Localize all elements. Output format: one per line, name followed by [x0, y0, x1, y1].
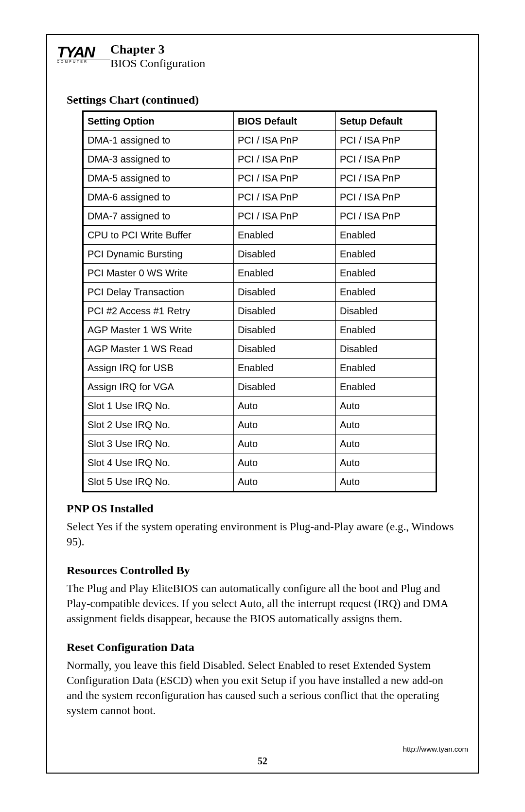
table-cell: PCI / ISA PnP — [234, 169, 336, 188]
footer-url: http://www.tyan.com — [403, 745, 468, 753]
table-cell: Disabled — [234, 283, 336, 302]
table-cell: DMA-7 assigned to — [83, 207, 234, 226]
section-body: The Plug and Play EliteBIOS can automati… — [67, 581, 458, 626]
col-setting-option: Setting Option — [83, 111, 234, 131]
table-cell: Disabled — [234, 302, 336, 321]
section-heading: PNP OS Installed — [67, 502, 458, 515]
table-heading: Settings Chart (continued) — [67, 93, 458, 107]
table-cell: Slot 3 Use IRQ No. — [83, 434, 234, 453]
table-row: PCI Dynamic BurstingDisabledEnabled — [83, 245, 437, 264]
table-row: DMA-5 assigned toPCI / ISA PnPPCI / ISA … — [83, 169, 437, 188]
table-row: PCI Master 0 WS WriteEnabledEnabled — [83, 264, 437, 283]
table-cell: Disabled — [234, 378, 336, 397]
settings-table: Setting Option BIOS Default Setup Defaul… — [82, 110, 437, 492]
table-cell: Auto — [336, 434, 437, 453]
table-cell: DMA-3 assigned to — [83, 150, 234, 169]
page-number: 52 — [47, 756, 478, 767]
table-cell: Assign IRQ for VGA — [83, 378, 234, 397]
table-cell: PCI Master 0 WS Write — [83, 264, 234, 283]
table-cell: Auto — [234, 397, 336, 415]
chapter-block: Chapter 3 BIOS Configuration — [110, 42, 205, 70]
tyan-logo: TYAN COMPUTER — [57, 42, 110, 63]
table-row: Slot 4 Use IRQ No.AutoAuto — [83, 453, 437, 472]
table-cell: PCI / ISA PnP — [234, 188, 336, 207]
logo-brand: TYAN — [57, 44, 110, 60]
col-bios-default: BIOS Default — [234, 111, 336, 131]
table-cell: Enabled — [336, 359, 437, 378]
table-cell: Disabled — [234, 321, 336, 340]
table-cell: DMA-6 assigned to — [83, 188, 234, 207]
table-cell: Auto — [234, 472, 336, 492]
table-cell: Enabled — [336, 245, 437, 264]
table-cell: PCI / ISA PnP — [234, 207, 336, 226]
table-cell: PCI #2 Access #1 Retry — [83, 302, 234, 321]
table-cell: DMA-1 assigned to — [83, 131, 234, 150]
table-cell: PCI / ISA PnP — [336, 169, 437, 188]
table-cell: Auto — [336, 472, 437, 492]
table-cell: Enabled — [336, 226, 437, 245]
table-row: AGP Master 1 WS WriteDisabledEnabled — [83, 321, 437, 340]
table-cell: CPU to PCI Write Buffer — [83, 226, 234, 245]
table-cell: Disabled — [234, 340, 336, 359]
table-row: Slot 1 Use IRQ No.AutoAuto — [83, 397, 437, 415]
page-frame: TYAN COMPUTER Chapter 3 BIOS Configurati… — [46, 34, 479, 774]
table-header-row: Setting Option BIOS Default Setup Defaul… — [83, 111, 437, 131]
table-cell: PCI / ISA PnP — [336, 207, 437, 226]
table-cell: AGP Master 1 WS Read — [83, 340, 234, 359]
section-body: Normally, you leave this field Disabled.… — [67, 658, 458, 718]
table-cell: Slot 4 Use IRQ No. — [83, 453, 234, 472]
table-cell: Slot 5 Use IRQ No. — [83, 472, 234, 492]
table-row: Slot 3 Use IRQ No.AutoAuto — [83, 434, 437, 453]
table-row: Assign IRQ for VGADisabledEnabled — [83, 378, 437, 397]
chapter-title: Chapter 3 — [110, 42, 205, 57]
table-cell: Auto — [234, 453, 336, 472]
content-area: Settings Chart (continued) Setting Optio… — [67, 93, 458, 718]
section-heading: Resources Controlled By — [67, 564, 458, 577]
table-cell: Assign IRQ for USB — [83, 359, 234, 378]
section-heading: Reset Configuration Data — [67, 641, 458, 654]
chapter-subtitle: BIOS Configuration — [110, 57, 205, 70]
table-row: DMA-6 assigned toPCI / ISA PnPPCI / ISA … — [83, 188, 437, 207]
table-row: Slot 5 Use IRQ No.AutoAuto — [83, 472, 437, 492]
table-cell: PCI / ISA PnP — [234, 131, 336, 150]
table-row: PCI #2 Access #1 RetryDisabledDisabled — [83, 302, 437, 321]
table-cell: Auto — [336, 415, 437, 434]
col-setup-default: Setup Default — [336, 111, 437, 131]
table-row: Assign IRQ for USBEnabledEnabled — [83, 359, 437, 378]
table-cell: Slot 2 Use IRQ No. — [83, 415, 234, 434]
table-row: CPU to PCI Write BufferEnabledEnabled — [83, 226, 437, 245]
table-row: DMA-1 assigned toPCI / ISA PnPPCI / ISA … — [83, 131, 437, 150]
table-cell: AGP Master 1 WS Write — [83, 321, 234, 340]
section-body: Select Yes if the system operating envir… — [67, 519, 458, 549]
table-row: DMA-3 assigned toPCI / ISA PnPPCI / ISA … — [83, 150, 437, 169]
table-cell: Enabled — [336, 321, 437, 340]
table-cell: Enabled — [336, 264, 437, 283]
table-cell: Auto — [336, 453, 437, 472]
table-row: PCI Delay TransactionDisabledEnabled — [83, 283, 437, 302]
table-cell: Auto — [234, 415, 336, 434]
table-cell: Enabled — [234, 226, 336, 245]
table-cell: Enabled — [336, 378, 437, 397]
table-cell: Slot 1 Use IRQ No. — [83, 397, 234, 415]
table-cell: PCI / ISA PnP — [336, 131, 437, 150]
logo-sub: COMPUTER — [57, 59, 110, 63]
table-cell: Enabled — [234, 359, 336, 378]
table-cell: PCI / ISA PnP — [336, 188, 437, 207]
table-cell: PCI Delay Transaction — [83, 283, 234, 302]
table-cell: PCI / ISA PnP — [234, 150, 336, 169]
table-row: DMA-7 assigned toPCI / ISA PnPPCI / ISA … — [83, 207, 437, 226]
table-row: Slot 2 Use IRQ No.AutoAuto — [83, 415, 437, 434]
table-cell: Disabled — [234, 245, 336, 264]
table-cell: Enabled — [336, 283, 437, 302]
table-row: AGP Master 1 WS ReadDisabledDisabled — [83, 340, 437, 359]
table-cell: DMA-5 assigned to — [83, 169, 234, 188]
table-cell: Disabled — [336, 302, 437, 321]
table-cell: Auto — [234, 434, 336, 453]
page-header: TYAN COMPUTER Chapter 3 BIOS Configurati… — [57, 42, 205, 70]
table-cell: PCI / ISA PnP — [336, 150, 437, 169]
table-cell: Auto — [336, 397, 437, 415]
table-cell: Enabled — [234, 264, 336, 283]
table-cell: Disabled — [336, 340, 437, 359]
table-cell: PCI Dynamic Bursting — [83, 245, 234, 264]
